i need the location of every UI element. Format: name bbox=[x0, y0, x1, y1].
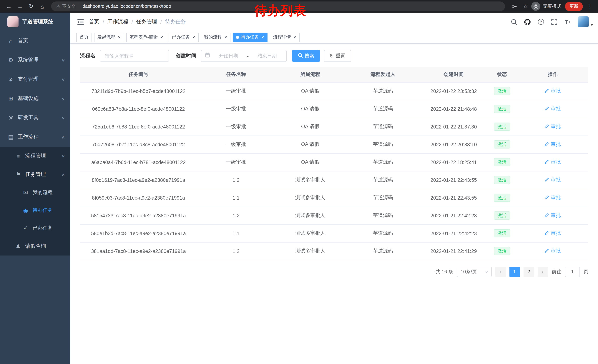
font-size-icon[interactable]: TT bbox=[561, 16, 574, 28]
cell-starter: 芋道源码 bbox=[345, 171, 421, 189]
close-icon[interactable]: × bbox=[224, 35, 227, 40]
approve-link[interactable]: 审批 bbox=[545, 248, 561, 254]
calendar-icon bbox=[205, 53, 210, 59]
tab[interactable]: 已办任务 × bbox=[169, 32, 199, 42]
sidebar-menu-item[interactable]: ¥ 支付管理 ∨ bbox=[0, 70, 70, 89]
forward-icon[interactable]: → bbox=[15, 1, 25, 11]
search-icon[interactable] bbox=[508, 16, 521, 28]
sidebar-menu-item[interactable]: ⚑ 任务管理 ∧ bbox=[0, 165, 70, 184]
table-row: 58154733-7ac8-11ec-a9e2-a2380e71991a 1.2… bbox=[80, 207, 588, 224]
cell-task-id: 580e1b3d-7ac8-11ec-a9e2-a2380e71991a bbox=[80, 224, 197, 242]
tab[interactable]: 发起流程 × bbox=[94, 32, 124, 42]
breadcrumb-item[interactable]: 待办任务 bbox=[165, 18, 186, 25]
approve-link[interactable]: 审批 bbox=[545, 123, 561, 130]
cell-task-name: 一级审批 bbox=[197, 153, 275, 171]
sidebar: 芋道管理系统 ⌂ 首页 ⚙ 系统管理 ∨ bbox=[0, 13, 70, 364]
menu-item-label: 研发工具 bbox=[18, 114, 62, 121]
next-page-button[interactable]: › bbox=[538, 267, 548, 277]
goto-page-input[interactable] bbox=[565, 267, 580, 277]
search-button[interactable]: 搜索 bbox=[292, 50, 320, 62]
address-divider bbox=[79, 4, 79, 9]
process-name-label: 流程名 bbox=[80, 53, 96, 59]
chevron-down-icon[interactable]: ▾ bbox=[591, 23, 593, 27]
sidebar-menu-item[interactable]: ✓ 已办任务 bbox=[0, 219, 70, 237]
key-icon[interactable] bbox=[509, 1, 519, 11]
close-icon[interactable]: × bbox=[160, 35, 163, 40]
breadcrumb-item[interactable]: 工作流程 bbox=[108, 18, 128, 25]
avatar[interactable] bbox=[578, 16, 589, 27]
sidebar-menu-item[interactable]: ▤ 工作流程 ∧ bbox=[0, 127, 70, 147]
tab[interactable]: 流程表单-编辑 × bbox=[126, 32, 166, 42]
sidebar-menu-item[interactable]: ⚙ 系统管理 ∨ bbox=[0, 50, 70, 70]
sidebar-menu-item[interactable]: ◉ 待办任务 bbox=[0, 202, 70, 219]
tab[interactable]: 我的流程 × bbox=[201, 32, 231, 42]
close-icon[interactable]: × bbox=[293, 35, 296, 40]
approve-link[interactable]: 审批 bbox=[545, 212, 561, 219]
back-icon[interactable]: ← bbox=[4, 1, 14, 11]
tab[interactable]: 首页 bbox=[76, 32, 92, 42]
done-icon: ✓ bbox=[22, 225, 29, 231]
approve-link[interactable]: 审批 bbox=[545, 159, 561, 166]
bookmark-star-icon[interactable]: ☆ bbox=[523, 3, 528, 9]
process-name-input[interactable] bbox=[100, 50, 169, 62]
page-number-button[interactable]: 1 bbox=[509, 267, 520, 277]
comment-icon: ✉ bbox=[22, 189, 29, 196]
cell-starter: 芋道源码 bbox=[345, 242, 421, 260]
tab[interactable]: 待办任务 × bbox=[233, 32, 267, 42]
dashboard-icon: ⌂ bbox=[8, 38, 14, 44]
reload-icon[interactable]: ↻ bbox=[26, 1, 36, 11]
cell-process: OA 请假 bbox=[275, 82, 346, 100]
sidebar-menu-item[interactable]: ≡ 流程管理 ∨ bbox=[0, 147, 70, 165]
eye-icon: ◉ bbox=[22, 207, 29, 214]
page-size-select[interactable]: 10条/页 ∨ bbox=[457, 267, 492, 277]
column-header: 所属流程 bbox=[275, 67, 346, 82]
fullscreen-icon[interactable] bbox=[548, 16, 561, 28]
status-badge: 激活 bbox=[494, 158, 510, 166]
approve-link[interactable]: 审批 bbox=[545, 105, 561, 112]
tab-label: 流程详情 bbox=[273, 34, 291, 40]
cell-task-id: 75d72608-7b7f-11ec-a3c8-acde48001122 bbox=[80, 136, 197, 153]
cell-task-id: 725a1eb6-7b88-11ec-8ef0-acde48001122 bbox=[80, 118, 197, 136]
hamburger-icon[interactable] bbox=[74, 16, 87, 28]
edit-icon bbox=[545, 248, 549, 254]
menu-item-label: 我的流程 bbox=[33, 189, 65, 196]
cell-task-id: 381aa1dd-7ac8-11ec-a9e2-a2380e71991a bbox=[80, 242, 197, 260]
table-row: 8f0d1619-7ac8-11ec-a9e2-a2380e71991a 1.2… bbox=[80, 171, 588, 189]
github-icon[interactable] bbox=[521, 16, 534, 28]
update-button[interactable]: 更新 bbox=[565, 2, 583, 11]
close-icon[interactable]: × bbox=[261, 35, 264, 40]
approve-link[interactable]: 审批 bbox=[545, 194, 561, 201]
column-header: 操作 bbox=[517, 67, 588, 82]
help-icon[interactable]: ? bbox=[535, 16, 547, 28]
edit-icon bbox=[545, 195, 549, 201]
sidebar-menu-item[interactable]: ⌂ 首页 bbox=[0, 31, 70, 50]
sidebar-menu-item[interactable]: ⊞ 基础设施 ∨ bbox=[0, 89, 70, 108]
table-header-row: 任务编号任务名称所属流程流程发起人创建时间状态操作 bbox=[80, 67, 588, 82]
cell-process: 测试多审批人 bbox=[275, 224, 346, 242]
reset-button[interactable]: ↻ 重置 bbox=[324, 50, 351, 62]
status-badge: 激活 bbox=[494, 122, 510, 131]
page-number-button[interactable]: 2 bbox=[523, 267, 534, 277]
sidebar-menu-item[interactable]: ♟ 请假查询 bbox=[0, 237, 70, 256]
prev-page-button[interactable]: ‹ bbox=[495, 267, 506, 277]
sidebar-menu-item[interactable]: ✉ 我的流程 bbox=[0, 184, 70, 202]
sidebar-menu-item[interactable]: ⚒ 研发工具 ∨ bbox=[0, 108, 70, 127]
cell-starter: 芋道源码 bbox=[345, 153, 421, 171]
approve-link[interactable]: 审批 bbox=[545, 177, 561, 183]
approve-link[interactable]: 审批 bbox=[545, 141, 561, 148]
tab[interactable]: 流程详情 × bbox=[270, 32, 299, 42]
approve-link[interactable]: 审批 bbox=[545, 88, 561, 94]
home-icon[interactable]: ⌂ bbox=[37, 1, 47, 11]
date-range-picker[interactable]: 开始日期 - 结束日期 bbox=[201, 50, 287, 62]
approve-link[interactable]: 审批 bbox=[545, 230, 561, 237]
menu-item-label: 首页 bbox=[18, 37, 65, 44]
browser-menu-icon[interactable]: ⋮ bbox=[587, 3, 594, 10]
breadcrumb-item[interactable]: 任务管理 bbox=[136, 18, 157, 25]
close-icon[interactable]: × bbox=[118, 35, 121, 40]
breadcrumb-item[interactable]: 首页 bbox=[89, 18, 99, 25]
breadcrumb: 首页 / 工作流程 / 任务管理 / 待办任务 bbox=[89, 18, 186, 25]
cell-starter: 芋道源码 bbox=[345, 136, 421, 153]
column-header: 状态 bbox=[487, 67, 517, 82]
status-badge: 激活 bbox=[494, 176, 510, 184]
close-icon[interactable]: × bbox=[192, 35, 195, 40]
